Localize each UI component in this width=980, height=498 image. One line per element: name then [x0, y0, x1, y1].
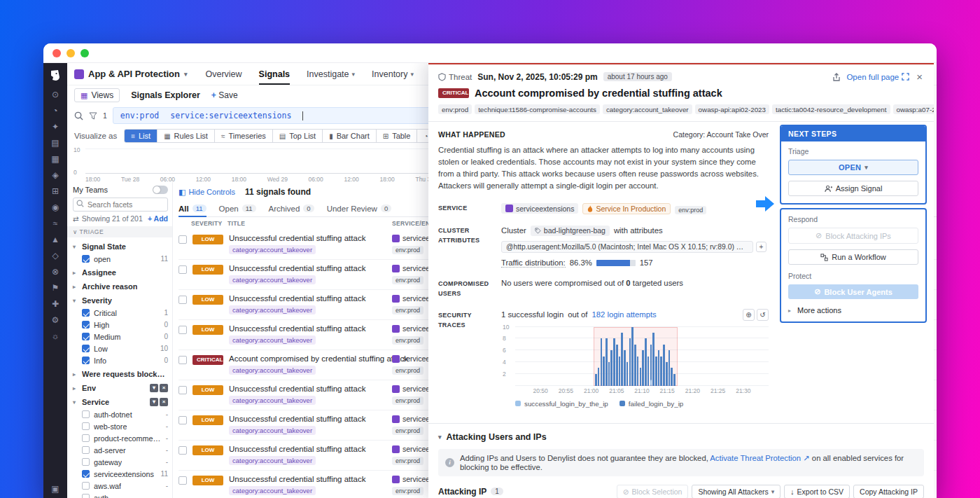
query-token[interactable]: service:serviceextensions [170, 111, 291, 120]
env-tag[interactable]: env:prod [392, 487, 424, 495]
column-severity[interactable]: SEVERITY [191, 220, 222, 227]
category-tag[interactable]: category:account_takeover [229, 336, 316, 345]
minimize-window-button[interactable] [66, 49, 75, 57]
nav-tab-investigate[interactable]: Investigate▾ [307, 63, 355, 85]
close-icon[interactable]: × [915, 71, 924, 83]
visualize-option-timeseries[interactable]: ≈Timeseries [215, 130, 273, 142]
env-tag[interactable]: env:prod [392, 396, 424, 405]
facet-item-info[interactable]: Info0 [73, 354, 168, 366]
facet-exclude-icon[interactable]: × [160, 398, 168, 406]
facet-item-product-recommendation[interactable]: product-recommendation- [73, 432, 168, 444]
facet-group-signal-state[interactable]: ▾Signal State [73, 239, 168, 253]
checkbox-checked-icon[interactable] [82, 470, 90, 478]
facet-search-input[interactable] [73, 198, 168, 212]
facet-edit-icon[interactable]: ⇄ [73, 214, 79, 223]
category-tag[interactable]: category:account_takeover [229, 245, 316, 254]
signals-tab-open[interactable]: Open11 [219, 200, 256, 216]
visualize-option-table[interactable]: ⊞Table [377, 130, 418, 142]
facet-group-severity[interactable]: ▾Severity [73, 293, 168, 307]
share-icon[interactable] [832, 73, 841, 81]
service-pill[interactable]: serviceextensions [501, 203, 578, 214]
save-button[interactable]: + Save [211, 90, 238, 100]
zoom-icon[interactable]: ⊕ [743, 309, 755, 321]
visualize-option-top-list[interactable]: ▤Top List [273, 130, 323, 142]
settings-icon[interactable]: ⚙ [52, 316, 59, 324]
row-checkbox[interactable] [178, 446, 187, 455]
category-tag[interactable]: category:account_takeover [229, 456, 316, 465]
facet-item-auth[interactable]: auth- [73, 492, 168, 498]
nav-tab-overview[interactable]: Overview [206, 63, 242, 85]
facet-filter-icon[interactable]: ▾ [150, 384, 158, 392]
open-full-page-link[interactable]: Open full page [846, 73, 909, 81]
facet-group-were-requests-blocked[interactable]: ▸Were requests blocked? [73, 366, 168, 380]
category-tag[interactable]: category:account_takeover [229, 305, 316, 314]
logs-icon[interactable]: ≈ [53, 219, 58, 228]
facet-exclude-icon[interactable]: × [160, 384, 168, 392]
useragent-attribute[interactable]: @http.useragent:Mozilla/5.0 (Macintosh; … [501, 241, 753, 253]
checkbox-checked-icon[interactable] [82, 357, 90, 364]
favorites-icon[interactable]: ✦ [52, 123, 59, 131]
query-token[interactable]: env:prod [120, 111, 159, 120]
env-tag[interactable]: env:prod [392, 457, 424, 465]
facet-group-service[interactable]: ▾Service▾× [73, 394, 168, 408]
checkbox-checked-icon[interactable] [82, 309, 90, 317]
triage-status-dropdown[interactable]: OPEN ▾ [788, 160, 918, 175]
env-tag[interactable]: env:prod [392, 336, 424, 345]
reset-zoom-icon[interactable]: ↺ [757, 309, 769, 321]
signal-tag[interactable]: owasp-api:api02-2023 [695, 104, 769, 114]
run-workflow-button[interactable]: Run a Workflow [788, 249, 918, 265]
org-switcher-icon[interactable]: ▣ [51, 484, 59, 494]
signals-tab-under-review[interactable]: Under Review0 [327, 200, 392, 216]
integrations-icon[interactable]: ⊞ [52, 187, 59, 195]
nav-tab-inventory[interactable]: Inventory▾ [372, 63, 414, 85]
hide-controls-button[interactable]: ◧ Hide Controls [178, 188, 235, 197]
facet-item-aws-waf[interactable]: aws.waf- [73, 480, 168, 492]
facet-item-low[interactable]: Low10 [73, 343, 168, 354]
checkbox-checked-icon[interactable] [82, 345, 90, 352]
assign-signal-button[interactable]: Assign Signal [788, 181, 918, 196]
facet-group-env[interactable]: ▸Env▾× [73, 380, 168, 394]
signal-tag[interactable]: technique:t1586-compromise-accounts [475, 104, 600, 114]
checkbox-icon[interactable] [82, 494, 90, 498]
env-tag[interactable]: env:prod [392, 246, 424, 254]
visualize-option-list[interactable]: ≡List [125, 130, 158, 142]
row-checkbox[interactable] [178, 476, 187, 485]
search-icon[interactable]: ⊙ [52, 90, 59, 99]
datadog-logo-icon[interactable] [48, 68, 63, 83]
checkbox-icon[interactable] [82, 422, 90, 430]
watchdog-icon[interactable]: ◔ [52, 106, 57, 115]
env-tag[interactable]: env:prod [392, 276, 424, 284]
app-switcher[interactable]: App & API Protection ▾ [74, 69, 188, 79]
signals-tab-all[interactable]: All11 [178, 200, 206, 216]
showing-all-attackers-dropdown[interactable]: Showing All Attackers▾ [692, 485, 780, 498]
filter-icon[interactable] [89, 111, 97, 120]
service-catalog-icon[interactable]: ✚ [52, 300, 59, 308]
row-checkbox[interactable] [178, 265, 187, 274]
facet-band-triage[interactable]: ∨ TRIAGE [67, 226, 172, 237]
facet-item-web-store[interactable]: web-store- [73, 420, 168, 432]
facet-item-gateway[interactable]: gateway- [73, 456, 168, 468]
legend-item-failed-login-by-ip[interactable]: failed_login_by_ip [620, 400, 683, 408]
facet-item-serviceextensions[interactable]: serviceextensions11 [73, 468, 168, 480]
nav-tab-signals[interactable]: Signals [259, 63, 290, 85]
feature-flags-icon[interactable]: ⚑ [52, 284, 59, 292]
category-tag[interactable]: category:account_takeover [229, 426, 316, 435]
apm-icon[interactable]: ◉ [52, 203, 59, 212]
checkbox-checked-icon[interactable] [82, 333, 90, 340]
login-attempts-link[interactable]: 182 login attempts [592, 310, 656, 319]
signal-tag[interactable]: env:prod [438, 104, 472, 114]
traces-plot[interactable]: 246810 [515, 327, 769, 386]
visualize-option-rules-list[interactable]: ▦Rules List [158, 130, 215, 142]
category-tag[interactable]: category:account_takeover [229, 396, 316, 405]
visualize-option-bar-chart[interactable]: ▮Bar Chart [323, 130, 377, 142]
facet-item-ad-server[interactable]: ad-server- [73, 444, 168, 456]
errors-icon[interactable]: ⊗ [52, 268, 59, 276]
signals-tab-archived[interactable]: Archived0 [269, 200, 314, 216]
activate-threat-protection-link[interactable]: Activate Threat Protection ↗ [710, 454, 809, 462]
checkbox-icon[interactable] [82, 458, 90, 466]
signal-tag[interactable]: tactic:ta0042-resource_development [772, 104, 890, 114]
legend-item-successful-login-by-the-ip[interactable]: successful_login_by_the_ip [515, 400, 608, 408]
my-teams-toggle[interactable] [153, 186, 168, 194]
facet-filter-icon[interactable]: ▾ [150, 398, 158, 406]
env-tag[interactable]: env:prod [392, 306, 424, 314]
